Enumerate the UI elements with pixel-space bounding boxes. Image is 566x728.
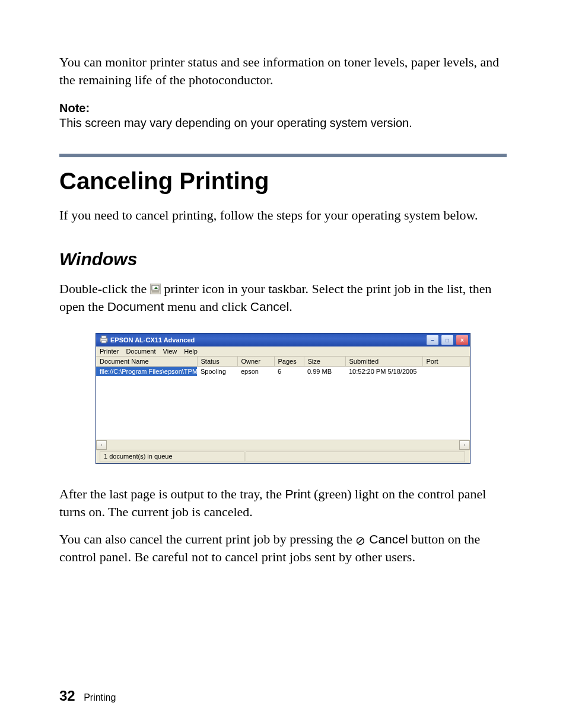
menu-item-cancel: Cancel xyxy=(250,300,289,313)
menubar: Printer Document View Help xyxy=(96,346,470,357)
section-rule xyxy=(59,154,507,157)
col-document-name[interactable]: Document Name xyxy=(96,357,197,367)
printer-tray-icon xyxy=(150,284,161,294)
page-footer: 32 Printing xyxy=(59,688,116,704)
scroll-right-icon[interactable]: › xyxy=(459,440,470,450)
instruction-text-a: Double-click the xyxy=(59,281,150,296)
menu-view[interactable]: View xyxy=(163,348,177,355)
also-cancel-paragraph: You can also cancel the current print jo… xyxy=(59,530,507,565)
svg-rect-2 xyxy=(152,290,159,293)
section-intro: If you need to cancel printing, follow t… xyxy=(59,206,507,224)
note-body: This screen may vary depending on your o… xyxy=(59,116,507,130)
queue-row[interactable]: file://C:\Program Files\epson\TPM… Spool… xyxy=(96,367,470,377)
print-queue-window: EPSON AL-CX11 Advanced – □ × Printer Doc… xyxy=(96,333,470,464)
col-port[interactable]: Port xyxy=(422,357,470,367)
menu-document[interactable]: Document xyxy=(126,348,155,355)
svg-rect-4 xyxy=(101,336,106,338)
window-title: EPSON AL-CX11 Advanced xyxy=(110,336,426,344)
cell-submitted: 10:52:20 PM 5/18/2005 xyxy=(345,367,422,377)
menu-help[interactable]: Help xyxy=(184,348,198,355)
page: You can monitor printer status and see i… xyxy=(0,0,566,728)
col-status[interactable]: Status xyxy=(197,357,237,367)
titlebar: EPSON AL-CX11 Advanced – □ × xyxy=(96,333,470,346)
maximize-button[interactable]: □ xyxy=(441,335,454,345)
statusbar-text: 1 document(s) in queue xyxy=(100,452,244,462)
close-button[interactable]: × xyxy=(456,335,469,345)
menu-printer[interactable]: Printer xyxy=(100,348,119,355)
scroll-track[interactable] xyxy=(107,441,459,449)
col-owner[interactable]: Owner xyxy=(237,357,274,367)
queue-header-row: Document Name Status Owner Pages Size Su… xyxy=(96,357,470,367)
minimize-button[interactable]: – xyxy=(426,335,439,345)
cancel-button-label: Cancel xyxy=(365,532,408,546)
horizontal-scrollbar[interactable]: ‹ › xyxy=(96,440,470,450)
col-size[interactable]: Size xyxy=(304,357,345,367)
cancel-icon: ⊘ xyxy=(355,535,365,546)
queue-list: Document Name Status Owner Pages Size Su… xyxy=(96,357,470,440)
instruction-text-d: . xyxy=(289,299,292,314)
queue-table: Document Name Status Owner Pages Size Su… xyxy=(96,357,470,376)
statusbar: 1 document(s) in queue xyxy=(96,450,470,463)
svg-rect-5 xyxy=(101,341,106,343)
intro-paragraph: You can monitor printer status and see i… xyxy=(59,53,507,88)
page-number: 32 xyxy=(59,688,75,704)
scroll-left-icon[interactable]: ‹ xyxy=(96,440,107,450)
cell-document-name: file://C:\Program Files\epson\TPM… xyxy=(96,367,197,377)
printer-icon xyxy=(100,335,108,345)
cell-port xyxy=(422,367,470,377)
menu-name-document: Document xyxy=(107,300,164,313)
section-heading: Canceling Printing xyxy=(59,168,507,195)
instruction-paragraph: Double-click the printer icon in your ta… xyxy=(59,280,507,315)
cell-status: Spooling xyxy=(197,367,237,377)
footer-section: Printing xyxy=(84,692,116,702)
after-paragraph: After the last page is output to the tra… xyxy=(59,485,507,520)
cell-pages: 6 xyxy=(274,367,304,377)
note-label: Note: xyxy=(59,101,507,115)
also-text-a: You can also cancel the current print jo… xyxy=(59,532,355,546)
window-buttons: – □ × xyxy=(426,335,469,345)
col-submitted[interactable]: Submitted xyxy=(345,357,422,367)
subsection-heading: Windows xyxy=(59,249,507,269)
cell-size: 0.99 MB xyxy=(304,367,345,377)
col-pages[interactable]: Pages xyxy=(274,357,304,367)
cell-owner: epson xyxy=(237,367,274,377)
instruction-text-c: menu and click xyxy=(164,299,250,314)
statusbar-spacer xyxy=(246,452,465,462)
print-light-label: Print xyxy=(285,487,310,501)
after-text-a: After the last page is output to the tra… xyxy=(59,487,285,501)
